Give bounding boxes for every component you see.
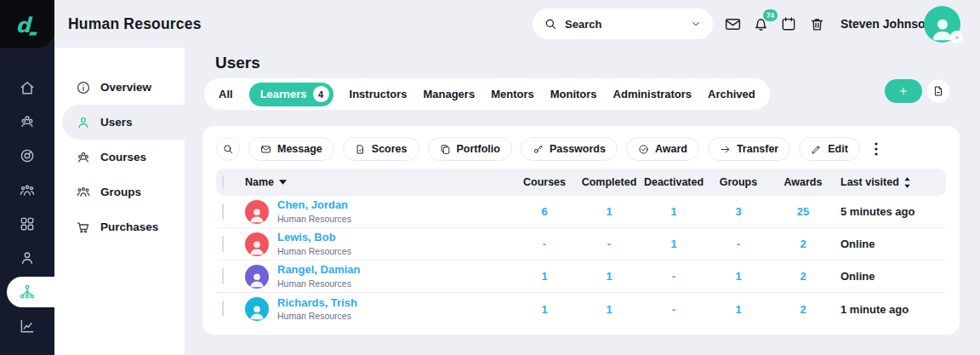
- awards-count-link[interactable]: 25: [771, 205, 835, 218]
- tab-label: Learners: [260, 88, 307, 100]
- completed-count-link[interactable]: 1: [577, 270, 641, 283]
- file-export-icon: [932, 85, 944, 97]
- groups-count-link[interactable]: 1: [706, 303, 771, 316]
- groups-count-link[interactable]: 3: [706, 205, 771, 218]
- table-header-row: Name Courses Completed Deactivated Group…: [216, 169, 946, 196]
- button-label: Scores: [372, 143, 407, 155]
- tab-instructors[interactable]: Instructors: [350, 88, 407, 100]
- home-icon[interactable]: [19, 79, 36, 96]
- file-check-icon: [355, 144, 366, 155]
- sidebar-item-overview[interactable]: Overview: [54, 70, 185, 105]
- tab-managers[interactable]: Managers: [423, 88, 475, 100]
- user-avatar[interactable]: [924, 6, 960, 43]
- user-type-tabs: All Learners 4 Instructors Managers Ment…: [204, 78, 770, 110]
- courses-count-link[interactable]: 1: [512, 303, 577, 316]
- deactivated-count-link[interactable]: -: [641, 303, 706, 316]
- select-all-checkbox[interactable]: [222, 175, 224, 189]
- deactivated-count-link[interactable]: 1: [641, 238, 706, 250]
- button-label: Passwords: [550, 143, 606, 155]
- button-label: Transfer: [737, 143, 778, 155]
- deactivated-count-link[interactable]: 1: [641, 205, 706, 218]
- awards-count-link[interactable]: 2: [771, 238, 835, 250]
- user-name[interactable]: Steven Johnson: [840, 0, 932, 48]
- scores-button[interactable]: Scores: [343, 137, 419, 161]
- user-name-link[interactable]: Lewis, Bob: [277, 231, 351, 244]
- table-row: Chen, JordanHuman Resources 6 1 1 3 25 5…: [216, 196, 946, 228]
- awards-count-link[interactable]: 2: [771, 270, 835, 283]
- apps-icon[interactable]: [19, 215, 36, 232]
- trash-button[interactable]: [807, 14, 826, 33]
- sidebar-item-groups[interactable]: Groups: [54, 175, 185, 209]
- user-name-link[interactable]: Richards, Trish: [277, 296, 357, 310]
- avatar: [245, 265, 269, 289]
- search-icon: [544, 17, 557, 31]
- tab-all[interactable]: All: [219, 88, 233, 100]
- courses-icon[interactable]: [19, 113, 36, 130]
- rail-item-organization-active[interactable]: [7, 277, 54, 307]
- courses-count-link[interactable]: 6: [512, 205, 577, 218]
- deactivated-count-link[interactable]: -: [641, 270, 706, 283]
- profile-icon[interactable]: [19, 249, 36, 266]
- user-name-link[interactable]: Chen, Jordan: [277, 198, 351, 212]
- add-user-button[interactable]: [885, 79, 922, 103]
- user-name-link[interactable]: Rangel, Damian: [277, 263, 361, 277]
- message-button[interactable]: Message: [248, 137, 334, 161]
- messages-button[interactable]: [723, 14, 742, 33]
- more-actions-button[interactable]: [869, 137, 884, 161]
- tab-learners-active[interactable]: Learners 4: [249, 83, 333, 106]
- learners-count-badge: 4: [313, 86, 329, 102]
- sidebar-item-users[interactable]: Users: [62, 105, 185, 140]
- award-button[interactable]: Award: [626, 137, 699, 161]
- people-icon[interactable]: [19, 182, 36, 199]
- search-input[interactable]: Search: [533, 9, 713, 39]
- group-icon: [76, 150, 91, 165]
- sort-icon[interactable]: [903, 177, 911, 188]
- chevron-down-icon[interactable]: [690, 18, 702, 30]
- tab-monitors[interactable]: Monitors: [550, 88, 597, 100]
- tab-archived[interactable]: Archived: [708, 88, 755, 100]
- pencil-icon: [811, 144, 822, 155]
- completed-count-link[interactable]: 1: [577, 303, 641, 316]
- completed-count-link[interactable]: -: [577, 238, 641, 250]
- button-label: Edit: [828, 143, 848, 155]
- dashboard-icon[interactable]: [19, 147, 36, 164]
- row-checkbox[interactable]: [222, 203, 224, 220]
- sidebar-label: Groups: [100, 186, 141, 198]
- cart-icon: [76, 220, 91, 235]
- column-awards: Awards: [771, 176, 835, 188]
- last-visited: Online: [835, 238, 946, 250]
- courses-count-link[interactable]: -: [512, 238, 577, 250]
- awards-count-link[interactable]: 2: [771, 303, 835, 316]
- user-department: Human Resources: [277, 214, 351, 225]
- app-logo[interactable]: d: [0, 0, 54, 48]
- groups-count-link[interactable]: -: [706, 238, 771, 250]
- completed-count-link[interactable]: 1: [577, 205, 641, 218]
- table-search-button[interactable]: [216, 137, 240, 161]
- last-visited: 5 minutes ago: [835, 205, 946, 218]
- sidebar-item-purchases[interactable]: Purchases: [54, 209, 185, 244]
- avatar: [245, 200, 269, 224]
- passwords-button[interactable]: Passwords: [521, 137, 618, 161]
- caret-down-icon[interactable]: [279, 180, 287, 185]
- row-checkbox[interactable]: [222, 268, 224, 284]
- row-checkbox[interactable]: [222, 301, 224, 317]
- reports-icon[interactable]: [19, 318, 36, 335]
- notifications-button[interactable]: 74: [751, 14, 770, 33]
- courses-count-link[interactable]: 1: [512, 270, 577, 283]
- page-title: Users: [215, 54, 260, 72]
- main-content: Users All Learners 4 Instructors Manager…: [185, 48, 980, 355]
- calendar-button[interactable]: [779, 14, 798, 33]
- sidebar-item-courses[interactable]: Courses: [54, 140, 185, 175]
- table-row: Richards, TrishHuman Resources 1 1 - 1 2…: [216, 293, 946, 325]
- sidebar-label: Purchases: [100, 220, 158, 233]
- row-checkbox[interactable]: [222, 236, 224, 252]
- tab-administrators[interactable]: Administrators: [613, 88, 692, 100]
- user-menu-chevron-icon[interactable]: [950, 31, 963, 43]
- transfer-button[interactable]: Transfer: [708, 137, 790, 161]
- tab-mentors[interactable]: Mentors: [491, 88, 534, 100]
- edit-button[interactable]: Edit: [799, 137, 860, 161]
- groups-count-link[interactable]: 1: [706, 270, 771, 283]
- portfolio-button[interactable]: Portfolio: [428, 137, 512, 161]
- button-label: Portfolio: [457, 143, 500, 155]
- export-users-button[interactable]: [926, 78, 951, 104]
